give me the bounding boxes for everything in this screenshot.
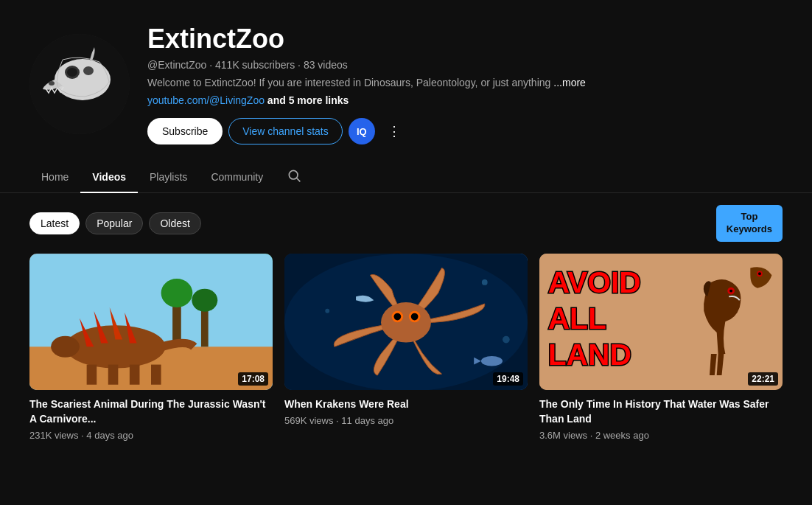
video-title-2: When Krakens Were Real: [284, 397, 528, 412]
tab-community[interactable]: Community: [199, 162, 275, 193]
channel-info: ExtinctZoo @ExtinctZoo · 411K subscriber…: [147, 24, 783, 144]
svg-point-6: [290, 170, 298, 179]
svg-text:LAND: LAND: [548, 337, 631, 371]
video-duration-2: 19:48: [493, 372, 523, 386]
channel-description: Welcome to ExtinctZoo! If you are intere…: [147, 77, 783, 88]
svg-point-13: [192, 288, 217, 311]
svg-point-3: [67, 68, 77, 77]
search-icon[interactable]: [281, 162, 307, 192]
svg-point-40: [758, 272, 761, 275]
channel-nav: Home Videos Playlists Community: [0, 162, 812, 193]
video-card-3[interactable]: AVOID ALL LAND 22:21 The Only Time In Hi…: [539, 254, 783, 441]
channel-meta: @ExtinctZoo · 411K subscribers · 83 vide…: [147, 59, 783, 71]
svg-point-4: [83, 66, 94, 75]
svg-point-26: [482, 279, 488, 285]
channel-handle: @ExtinctZoo: [147, 59, 206, 71]
video-meta-2: 569K views · 11 days ago: [284, 415, 528, 426]
svg-point-34: [481, 356, 503, 366]
svg-point-19: [51, 336, 80, 358]
video-meta-1: 231K views · 4 days ago: [29, 430, 273, 441]
channel-name: ExtinctZoo: [147, 24, 783, 55]
channel-links[interactable]: youtube.com/@LivingZoo and 5 more links: [147, 94, 783, 106]
channel-subscribers: 411K subscribers: [215, 59, 295, 71]
svg-rect-23: [151, 364, 161, 384]
svg-text:ALL: ALL: [548, 302, 606, 335]
svg-point-28: [503, 336, 510, 344]
filter-popular-button[interactable]: Popular: [85, 212, 143, 234]
channel-header: ExtinctZoo @ExtinctZoo · 411K subscriber…: [0, 0, 812, 162]
video-duration-3: 22:21: [748, 372, 778, 386]
channel-video-count: 83 videos: [304, 59, 348, 71]
video-title-3: The Only Time In History That Water Was …: [539, 397, 783, 426]
channel-actions: Subscribe View channel stats IQ ⋮: [147, 118, 783, 144]
video-duration-1: 17:08: [238, 372, 268, 386]
svg-point-29: [381, 302, 431, 342]
video-title-1: The Scariest Animal During The Jurassic …: [29, 397, 273, 426]
subscribe-button[interactable]: Subscribe: [147, 118, 223, 144]
top-keywords-button[interactable]: TopKeywords: [716, 205, 783, 242]
video-card-1[interactable]: 17:08 The Scariest Animal During The Jur…: [29, 254, 273, 441]
tab-playlists[interactable]: Playlists: [138, 162, 199, 193]
svg-line-7: [297, 178, 301, 182]
videos-grid: 17:08 The Scariest Animal During The Jur…: [0, 254, 812, 456]
svg-text:AVOID: AVOID: [548, 265, 641, 299]
iq-button[interactable]: IQ: [349, 118, 375, 144]
video-thumbnail-2: 19:48: [284, 254, 528, 391]
svg-point-5: [49, 81, 55, 86]
channel-avatar: [29, 34, 130, 134]
filter-bar: Latest Popular Oldest TopKeywords: [0, 193, 812, 254]
tab-videos[interactable]: Videos: [80, 162, 138, 193]
svg-point-31: [394, 313, 402, 320]
video-thumbnail-1: 17:08: [29, 254, 273, 391]
svg-point-33: [411, 313, 419, 320]
filter-latest-button[interactable]: Latest: [29, 212, 80, 234]
more-options-button[interactable]: ⋮: [381, 118, 407, 144]
tab-home[interactable]: Home: [29, 162, 80, 193]
view-channel-stats-button[interactable]: View channel stats: [228, 118, 342, 144]
video-card-2[interactable]: 19:48 When Krakens Were Real 569K views …: [284, 254, 528, 441]
svg-rect-22: [130, 364, 140, 384]
svg-rect-21: [108, 364, 119, 384]
svg-point-27: [325, 309, 329, 313]
description-more-link[interactable]: ...more: [553, 77, 586, 88]
video-thumbnail-3: AVOID ALL LAND 22:21: [539, 254, 783, 391]
filter-oldest-button[interactable]: Oldest: [149, 212, 200, 234]
svg-point-38: [729, 289, 732, 292]
video-meta-3: 3.6M views · 2 weeks ago: [539, 430, 783, 441]
svg-point-11: [161, 279, 193, 307]
svg-rect-20: [87, 364, 97, 384]
